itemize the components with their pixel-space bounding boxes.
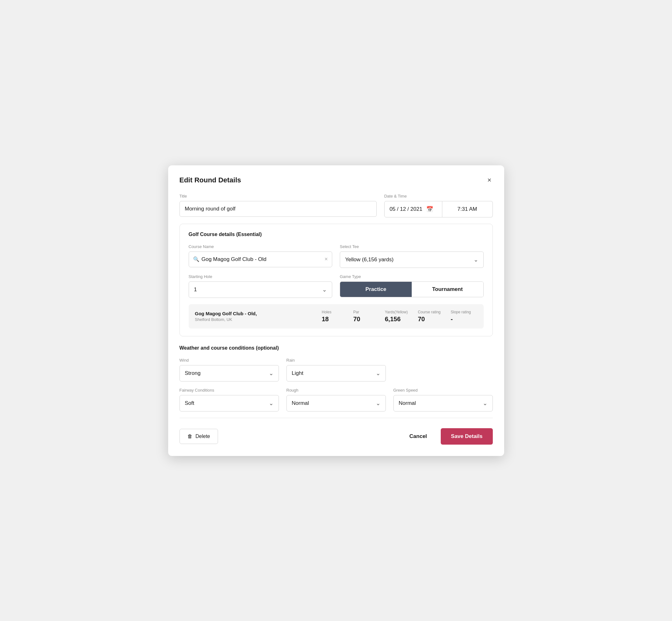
close-button[interactable]: × [486,175,493,185]
practice-button[interactable]: Practice [340,282,412,297]
hole-gametype-row: Starting Hole 1 ⌄ Game Type Practice Tou… [189,274,484,298]
rough-label: Rough [287,388,386,392]
par-value: 70 [353,316,360,323]
green-speed-dropdown[interactable]: Normal ⌄ [393,395,493,411]
course-name-group: Course Name 🔍 × [189,244,333,267]
fairway-label: Fairway Conditions [179,388,279,392]
course-info-name: Gog Magog Golf Club - Old, [195,311,317,316]
tournament-button[interactable]: Tournament [412,282,483,297]
yards-label: Yards(Yellow) [385,310,408,314]
course-stat-par: Par 70 [348,310,380,323]
fairway-group: Fairway Conditions Soft ⌄ [179,388,279,411]
delete-label: Delete [196,433,210,439]
course-info-location: Shelford Bottom, UK [195,317,317,322]
chevron-down-icon-green: ⌄ [483,400,488,407]
starting-hole-dropdown[interactable]: 1 ⌄ [189,282,333,298]
yards-value: 6,156 [385,316,401,323]
course-name-input[interactable] [189,251,333,267]
title-date-row: Title Date & Time 05 / 12 / 2021 📅 7:31 … [179,194,493,217]
modal-title: Edit Round Details [179,176,241,184]
search-icon: 🔍 [193,256,199,262]
rough-dropdown[interactable]: Normal ⌄ [287,395,386,411]
wind-dropdown[interactable]: Strong ⌄ [179,365,279,381]
starting-hole-value: 1 [194,287,197,293]
golf-course-section: Golf Course details (Essential) Course N… [179,224,493,336]
chevron-down-icon-rain: ⌄ [376,370,380,377]
datetime-group: Date & Time 05 / 12 / 2021 📅 7:31 AM [384,194,493,217]
date-value: 05 / 12 / 2021 [390,206,422,212]
chevron-down-icon-rough: ⌄ [376,400,380,407]
rough-group: Rough Normal ⌄ [287,388,386,411]
course-name-label: Course Name [189,244,333,249]
date-field[interactable]: 05 / 12 / 2021 📅 [384,201,442,217]
wind-group: Wind Strong ⌄ [179,358,279,381]
save-button[interactable]: Save Details [441,428,493,445]
time-field[interactable]: 7:31 AM [442,201,493,217]
chevron-down-icon-2: ⌄ [322,286,327,293]
wind-value: Strong [185,370,201,376]
course-info-name-block: Gog Magog Golf Club - Old, Shelford Bott… [195,311,317,322]
title-input[interactable] [179,201,377,217]
course-info-bar: Gog Magog Golf Club - Old, Shelford Bott… [189,304,484,329]
rain-group: Rain Light ⌄ [287,358,386,381]
par-label: Par [353,310,359,314]
course-name-search-wrap: 🔍 × [189,251,333,267]
time-value: 7:31 AM [458,206,477,212]
cancel-button[interactable]: Cancel [403,429,433,444]
course-rating-value: 70 [418,316,425,323]
rain-dropdown[interactable]: Light ⌄ [287,365,386,381]
holes-label: Holes [322,310,332,314]
course-stat-course-rating: Course rating 70 [413,310,446,323]
starting-hole-label: Starting Hole [189,274,333,279]
footer-divider [179,418,493,418]
title-group: Title [179,194,377,217]
footer-row: 🗑 Delete Cancel Save Details [179,428,493,445]
green-speed-label: Green Speed [393,388,493,392]
rough-value: Normal [292,400,309,406]
datetime-label: Date & Time [384,194,493,199]
select-tee-group: Select Tee Yellow (6,156 yards) ⌄ [340,244,484,268]
slope-rating-label: Slope rating [451,310,471,314]
chevron-down-icon-fairway: ⌄ [269,400,274,407]
delete-button[interactable]: 🗑 Delete [179,429,218,444]
green-speed-group: Green Speed Normal ⌄ [393,388,493,411]
rain-label: Rain [287,358,386,363]
golf-course-title: Golf Course details (Essential) [189,232,484,237]
chevron-down-icon-wind: ⌄ [269,370,274,377]
wind-label: Wind [179,358,279,363]
conditions-row: Fairway Conditions Soft ⌄ Rough Normal ⌄… [179,388,493,411]
slope-rating-value: - [451,316,453,323]
select-tee-value: Yellow (6,156 yards) [345,256,393,263]
trash-icon: 🗑 [187,433,193,439]
game-type-label: Game Type [340,274,484,279]
chevron-down-icon: ⌄ [473,256,478,263]
course-stat-yards: Yards(Yellow) 6,156 [380,310,413,323]
fairway-dropdown[interactable]: Soft ⌄ [179,395,279,411]
date-time-group: 05 / 12 / 2021 📅 7:31 AM [384,201,493,217]
select-tee-dropdown[interactable]: Yellow (6,156 yards) ⌄ [340,251,484,268]
course-stat-holes: Holes 18 [317,310,348,323]
modal-header: Edit Round Details × [179,175,493,185]
weather-section: Weather and course conditions (optional)… [179,345,493,411]
course-stat-slope-rating: Slope rating - [446,310,477,323]
starting-hole-group: Starting Hole 1 ⌄ [189,274,333,298]
course-rating-label: Course rating [418,310,440,314]
green-speed-value: Normal [399,400,416,406]
select-tee-label: Select Tee [340,244,484,249]
game-type-group: Game Type Practice Tournament [340,274,484,297]
clear-icon[interactable]: × [324,256,328,262]
fairway-value: Soft [185,400,194,406]
edit-round-modal: Edit Round Details × Title Date & Time 0… [168,165,504,456]
wind-rain-row: Wind Strong ⌄ Rain Light ⌄ [179,358,493,381]
rain-value: Light [292,370,303,376]
game-type-toggle: Practice Tournament [340,282,484,297]
calendar-icon: 📅 [426,206,433,213]
title-label: Title [179,194,377,199]
course-tee-row: Course Name 🔍 × Select Tee Yellow (6,156… [189,244,484,268]
footer-right: Cancel Save Details [403,428,493,445]
holes-value: 18 [322,316,329,323]
weather-section-title: Weather and course conditions (optional) [179,345,493,351]
